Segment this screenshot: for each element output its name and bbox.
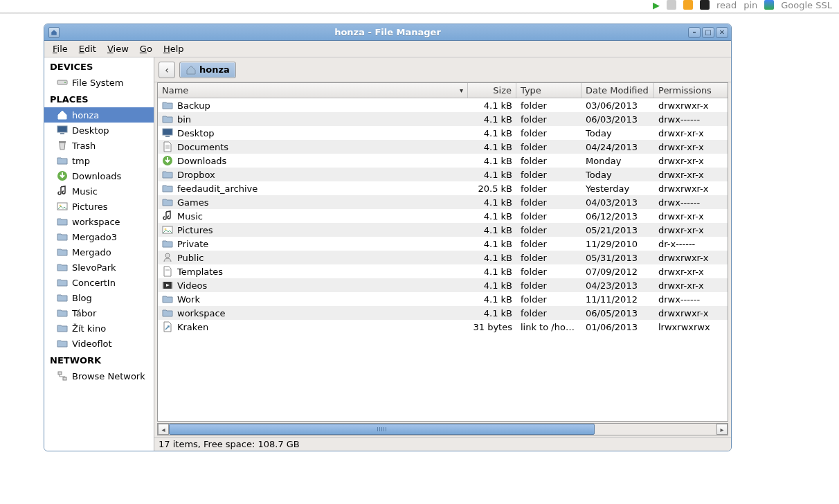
file-name: Templates xyxy=(177,267,223,277)
sidebar-item-music[interactable]: Music xyxy=(44,183,154,199)
sidebar-item-desktop[interactable]: Desktop xyxy=(44,123,154,138)
sidebar-item-label: Tábor xyxy=(72,308,96,318)
sidebar-item-workspace[interactable]: workspace xyxy=(44,214,154,229)
titlebar[interactable]: honza - File Manager – □ ✕ xyxy=(44,24,731,41)
close-button[interactable]: ✕ xyxy=(716,27,728,38)
file-row[interactable]: Documents 4.1 kB folder 04/24/2013 drwxr… xyxy=(158,140,728,154)
file-date: Monday xyxy=(581,156,654,166)
file-row[interactable]: Pictures 4.1 kB folder 05/21/2013 drwxr-… xyxy=(158,223,728,237)
file-row[interactable]: Backup 4.1 kB folder 03/06/2013 drwxrwxr… xyxy=(158,98,728,112)
file-row[interactable]: Work 4.1 kB folder 11/11/2012 drwx------ xyxy=(158,292,728,306)
file-type: folder xyxy=(516,197,581,208)
file-row[interactable]: Public 4.1 kB folder 05/31/2013 drwxrwxr… xyxy=(158,251,728,264)
scroll-thumb[interactable] xyxy=(169,424,595,435)
file-row[interactable]: Kraken 31 bytes link to /home/h 01/06/20… xyxy=(158,320,728,334)
folder-icon xyxy=(162,169,173,180)
file-date: Today xyxy=(581,170,654,180)
sidebar-item-žít-kino[interactable]: Žít kino xyxy=(44,321,154,336)
file-date: 06/12/2013 xyxy=(581,211,654,222)
sidebar-item-label: tmp xyxy=(72,156,90,166)
file-row[interactable]: Music 4.1 kB folder 06/12/2013 drwxr-xr-… xyxy=(158,209,728,223)
sidebar-item-trash[interactable]: Trash xyxy=(44,138,154,153)
sidebar-item-label: Desktop xyxy=(72,125,109,136)
folder-icon xyxy=(57,323,68,334)
scroll-left-button[interactable]: ◂ xyxy=(158,424,169,435)
menu-go[interactable]: Go xyxy=(136,42,156,55)
sidebar-item-slevopark[interactable]: SlevoPark xyxy=(44,260,154,275)
file-row[interactable]: Games 4.1 kB folder 04/03/2013 drwx-----… xyxy=(158,195,728,209)
file-size: 4.1 kB xyxy=(468,156,516,166)
file-type: folder xyxy=(516,280,581,291)
file-row[interactable]: workspace 4.1 kB folder 06/05/2013 drwxr… xyxy=(158,306,728,320)
sidebar-item-concertin[interactable]: ConcertIn xyxy=(44,275,154,290)
folder-icon xyxy=(57,277,68,288)
file-row[interactable]: Videos 4.1 kB folder 04/23/2013 drwxr-xr… xyxy=(158,278,728,292)
sidebar-item-tmp[interactable]: tmp xyxy=(44,153,154,168)
file-size: 4.1 kB xyxy=(468,197,516,208)
path-segment-honza[interactable]: honza xyxy=(179,62,236,78)
col-type[interactable]: Type xyxy=(516,83,581,98)
file-name: Public xyxy=(177,253,204,263)
file-date: 05/21/2013 xyxy=(581,225,654,235)
sidebar-item-pictures[interactable]: Pictures xyxy=(44,199,154,214)
file-row[interactable]: feedaudit_archive 20.5 kB folder Yesterd… xyxy=(158,181,728,195)
menu-help[interactable]: Help xyxy=(159,42,188,55)
sidebar-item-label: Browse Network xyxy=(72,371,145,381)
sidebar-item-file-system[interactable]: File System xyxy=(44,75,154,90)
file-type: folder xyxy=(516,114,581,125)
horizontal-scrollbar[interactable]: ◂ ▸ xyxy=(157,423,728,435)
col-size[interactable]: Size xyxy=(468,83,516,98)
sidebar-item-mergado[interactable]: Mergado xyxy=(44,244,154,260)
svg-rect-2 xyxy=(57,126,67,132)
sidebar-item-label: SlevoPark xyxy=(72,262,116,273)
scroll-right-button[interactable]: ▸ xyxy=(716,424,728,435)
sidebar-item-browse-network[interactable]: Browse Network xyxy=(44,368,154,384)
sidebar-item-honza[interactable]: honza xyxy=(44,107,154,123)
file-name: Kraken xyxy=(177,322,208,332)
folder-icon xyxy=(57,216,68,227)
col-perm[interactable]: Permissions xyxy=(654,83,728,98)
file-perm: drwxrwxr-x xyxy=(654,253,728,263)
minimize-button[interactable]: – xyxy=(688,27,701,38)
file-date: 03/06/2013 xyxy=(581,100,654,111)
file-name: Backup xyxy=(177,100,210,111)
folder-icon xyxy=(162,197,173,208)
sidebar-item-tábor[interactable]: Tábor xyxy=(44,305,154,321)
file-type: folder xyxy=(516,267,581,277)
file-perm: dr-x------ xyxy=(654,239,728,249)
folder-icon xyxy=(57,292,68,303)
sidebar-item-label: Videoflot xyxy=(72,339,112,349)
file-name: Downloads xyxy=(177,156,226,166)
file-type: folder xyxy=(516,239,581,249)
sidebar-item-mergado3[interactable]: Mergado3 xyxy=(44,229,154,244)
maximize-button[interactable]: □ xyxy=(702,27,714,38)
col-date[interactable]: Date Modified xyxy=(581,83,654,98)
menu-edit[interactable]: Edit xyxy=(75,42,100,55)
file-row[interactable]: Desktop 4.1 kB folder Today drwxr-xr-x xyxy=(158,126,728,140)
top-google: Google SSL xyxy=(781,0,832,10)
file-row[interactable]: Private 4.1 kB folder 11/29/2010 dr-x---… xyxy=(158,237,728,251)
back-button[interactable]: ‹ xyxy=(159,62,175,78)
videos-icon xyxy=(162,280,173,291)
folder-icon xyxy=(57,155,68,166)
file-row[interactable]: bin 4.1 kB folder 06/03/2013 drwx------ xyxy=(158,112,728,126)
sidebar-item-blog[interactable]: Blog xyxy=(44,290,154,305)
col-perm-label: Permissions xyxy=(658,85,712,96)
file-size: 4.1 kB xyxy=(468,100,516,111)
home-icon xyxy=(186,64,197,75)
file-row[interactable]: Dropbox 4.1 kB folder Today drwxr-xr-x xyxy=(158,168,728,181)
file-row[interactable]: Templates 4.1 kB folder 07/09/2012 drwxr… xyxy=(158,264,728,278)
file-row[interactable]: Downloads 4.1 kB folder Monday drwxr-xr-… xyxy=(158,154,728,168)
music-icon xyxy=(162,210,173,222)
menubar: FileEditViewGoHelp xyxy=(44,41,731,57)
file-name: feedaudit_archive xyxy=(177,183,258,194)
documents-icon xyxy=(162,141,173,152)
file-perm: drwxr-xr-x xyxy=(654,280,728,291)
sidebar-item-videoflot[interactable]: Videoflot xyxy=(44,336,154,351)
scroll-track[interactable] xyxy=(169,424,716,435)
col-name[interactable]: Name ▾ xyxy=(158,83,468,98)
sidebar-item-downloads[interactable]: Downloads xyxy=(44,168,154,183)
col-date-label: Date Modified xyxy=(586,85,649,96)
menu-view[interactable]: View xyxy=(103,42,133,55)
menu-file[interactable]: File xyxy=(48,42,72,55)
